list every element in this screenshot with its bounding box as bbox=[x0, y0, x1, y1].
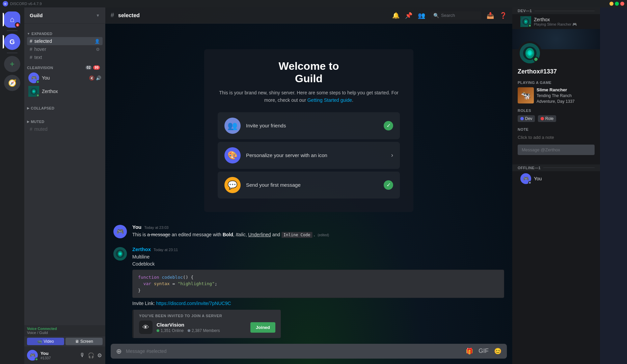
server-icon-guild[interactable]: G bbox=[4, 34, 20, 50]
inbox-icon[interactable]: 📥 bbox=[487, 12, 494, 19]
video-button[interactable]: 📹 Video bbox=[27, 338, 64, 345]
gif-icon[interactable]: GIF bbox=[477, 346, 490, 356]
channel-item-text[interactable]: # text bbox=[27, 53, 103, 61]
chevron-muted-icon: ▶ bbox=[27, 120, 29, 123]
titlebar-controls[interactable] bbox=[609, 2, 624, 6]
guild-dropdown-icon: ▼ bbox=[96, 13, 100, 18]
invite-embed: YOU'VE BEEN INVITED TO JOIN A SERVER 👁 C… bbox=[132, 310, 281, 338]
right-status-dot bbox=[528, 24, 531, 27]
add-server-button[interactable]: + bbox=[4, 56, 20, 72]
microphone-icon[interactable]: 🎙 bbox=[79, 352, 86, 359]
message-time-zerthox: Today at 23:11 bbox=[154, 248, 178, 252]
section-header-collapsed[interactable]: ▶ COLLAPSED bbox=[24, 101, 105, 112]
plus-icon: + bbox=[10, 59, 15, 69]
search-placeholder: Search bbox=[441, 13, 455, 18]
member-item-you[interactable]: 🎮 You 🔇 🔊 bbox=[26, 71, 104, 85]
user-panel-avatar[interactable]: 🎮 bbox=[27, 350, 38, 361]
getting-started-link[interactable]: Getting Started guide bbox=[307, 97, 352, 103]
bell-icon[interactable]: 🔔 bbox=[392, 12, 400, 19]
dm-input[interactable] bbox=[518, 145, 595, 155]
joined-button[interactable]: Joined bbox=[250, 322, 275, 333]
screen-button[interactable]: 🖥 Screen bbox=[65, 338, 103, 345]
multiline-text: MultilineCodeblock bbox=[132, 253, 504, 268]
welcome-desc: This is your brand new, shiny server. He… bbox=[218, 89, 400, 104]
help-icon[interactable]: ❓ bbox=[499, 12, 507, 19]
right-member-info-zerthox: Zerthox Playing Slime Rancher 🎮 bbox=[534, 17, 577, 27]
headphone-icon[interactable]: 🎧 bbox=[87, 352, 95, 359]
explore-button[interactable]: 🧭 bbox=[4, 75, 20, 91]
close-button[interactable] bbox=[620, 2, 624, 6]
playing-label: PLAYING A GAME bbox=[518, 81, 595, 85]
gift-icon[interactable]: 🎁 bbox=[464, 346, 474, 356]
message-input-box[interactable]: ⊕ Message #selected 🎁 GIF 😊 bbox=[111, 344, 507, 359]
search-box[interactable]: 🔍 Search bbox=[431, 11, 481, 20]
note-label: NOTE bbox=[518, 127, 595, 131]
minimize-button[interactable] bbox=[609, 2, 614, 6]
mute-icon: 🔇 bbox=[89, 75, 94, 81]
onboarding-text-message: Send your first message bbox=[246, 182, 378, 188]
italic-text: Italic bbox=[236, 232, 246, 237]
guild-pill bbox=[3, 35, 4, 49]
right-section-offline: OFFLINE—1 bbox=[512, 164, 600, 171]
server-separator bbox=[7, 30, 18, 31]
channel-item-hover[interactable]: # hover ⚙ bbox=[27, 45, 103, 53]
emoji-icon[interactable]: 😊 bbox=[493, 346, 503, 356]
svg-point-1 bbox=[33, 91, 34, 92]
message-username-zerthox[interactable]: Zerthox bbox=[132, 246, 151, 252]
message-time-you: Today at 23:03 bbox=[144, 225, 168, 230]
message-header-you: You Today at 23:03 bbox=[132, 224, 504, 230]
user-panel-tag: #1337 bbox=[40, 356, 76, 360]
notification-badge: 1 bbox=[15, 22, 20, 28]
roles-label: ROLES bbox=[518, 109, 595, 113]
add-attachment-icon[interactable]: ⊕ bbox=[115, 346, 123, 357]
role-dev: Dev bbox=[518, 115, 535, 122]
right-member-subtext-zerthox: Playing Slime Rancher 🎮 bbox=[534, 22, 577, 27]
onboarding-message[interactable]: 💬 Send your first message ✓ bbox=[218, 172, 400, 199]
member-profile-card: Zerthox#1337 PLAYING A GAME 🐄 Slime Ranc… bbox=[512, 29, 600, 159]
profile-panel: DEV—1 bbox=[512, 7, 600, 364]
settings-icon-panel[interactable]: ⚙ bbox=[97, 352, 103, 359]
guild-header[interactable]: Guild ▼ bbox=[24, 7, 105, 24]
search-icon: 🔍 bbox=[433, 13, 439, 18]
maximize-button[interactable] bbox=[615, 2, 619, 6]
right-member-zerthox-online[interactable]: Zerthox Playing Slime Rancher 🎮 bbox=[515, 15, 597, 28]
pin-icon[interactable]: 📌 bbox=[405, 12, 412, 19]
message-avatar-zerthox bbox=[113, 247, 127, 261]
voice-status: Voice Connected Voice / Guild bbox=[24, 325, 105, 336]
onboarding-invite[interactable]: 👥 Invite your friends ✓ bbox=[218, 112, 400, 139]
right-member-you-offline[interactable]: 🎮 You bbox=[515, 172, 597, 185]
onboarding-text-personalize: Personalize your server with an icon bbox=[246, 152, 386, 158]
channel-hash-icon-3: # bbox=[30, 55, 32, 60]
right-member-name-zerthox: Zerthox bbox=[534, 17, 577, 22]
right-member-name-you: You bbox=[534, 176, 542, 181]
channel-item-muted[interactable]: # muted bbox=[27, 125, 103, 133]
channel-name-selected: selected bbox=[34, 38, 52, 44]
server-icon-home[interactable]: ⌂ 1 bbox=[4, 11, 20, 28]
strikethrough-text: a message bbox=[147, 232, 170, 237]
message-group-zerthox: Zerthox Today at 23:11 MultilineCodebloc… bbox=[111, 245, 507, 340]
voice-controls: 📹 Video 🖥 Screen bbox=[24, 336, 105, 346]
deafen-icon: 🔊 bbox=[96, 75, 101, 81]
onboarding-personalize[interactable]: 🎨 Personalize your server with an icon › bbox=[218, 142, 400, 169]
section-header-muted[interactable]: ▶ MUTED bbox=[24, 114, 105, 125]
member-item-zerthox[interactable]: Zerthox bbox=[26, 85, 104, 98]
section-header-expanded[interactable]: ▼ EXPANDED bbox=[24, 26, 105, 37]
message-text-zerthox: MultilineCodeblock function codebloc() {… bbox=[132, 253, 504, 298]
profile-avatar bbox=[518, 41, 542, 65]
members-icon[interactable]: 👥 bbox=[418, 12, 425, 19]
chevron-icon: ▼ bbox=[27, 32, 30, 35]
message-username-you[interactable]: You bbox=[132, 224, 141, 230]
invite-link-text: Invite Link: https://discord.com/invite/… bbox=[132, 300, 504, 307]
channel-name-muted: muted bbox=[34, 126, 48, 132]
member-name-you: You bbox=[42, 75, 50, 81]
message-header-zerthox: Zerthox Today at 23:11 bbox=[132, 246, 504, 252]
note-input[interactable] bbox=[518, 134, 595, 141]
invite-link-url[interactable]: https://discord.com/invite/7pNUC9C bbox=[156, 301, 231, 306]
server-separator-2 bbox=[7, 53, 18, 53]
channel-header: # selected 🔔 📌 👥 🔍 Search 📥 ❓ bbox=[105, 7, 512, 24]
discord-icon: ⌂ bbox=[10, 15, 14, 24]
status-dot-zerthox bbox=[36, 94, 39, 97]
active-pill bbox=[3, 13, 4, 26]
channel-hash-icon-2: # bbox=[30, 47, 32, 52]
channel-item-selected[interactable]: # selected 👤 bbox=[27, 37, 103, 45]
